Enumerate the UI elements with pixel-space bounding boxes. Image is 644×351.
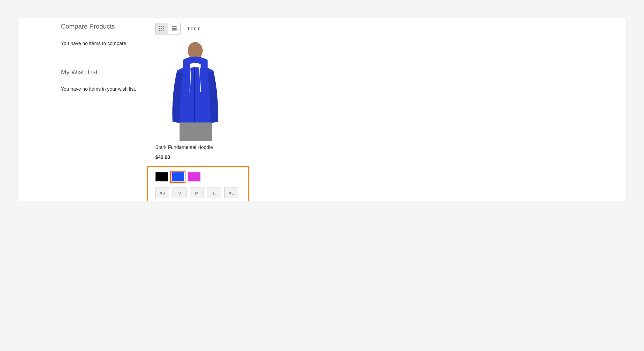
compare-heading: Compare Products [61, 23, 150, 30]
svg-rect-14 [173, 29, 177, 30]
svg-rect-11 [172, 28, 173, 29]
size-swatch-xs[interactable]: XS [155, 188, 169, 198]
item-count: 1 Item [187, 26, 201, 32]
product-image[interactable] [155, 41, 236, 141]
sidebar: Compare Products You have no items to co… [18, 18, 150, 201]
main-content: 1 Item Stark Fundamental Hoodie $42 [153, 18, 626, 201]
view-mode-switcher [155, 23, 181, 35]
size-swatch-row: XS S M L XL [155, 188, 241, 198]
page-card: Compare Products You have no items to co… [18, 18, 626, 201]
svg-rect-9 [172, 26, 173, 27]
wishlist-heading: My Wish List [61, 68, 150, 76]
size-swatch-l[interactable]: L [207, 188, 221, 198]
size-swatch-s[interactable]: S [173, 188, 187, 198]
compare-empty-text: You have no items to compare. [61, 40, 150, 47]
product-price: $42.00 [155, 155, 236, 160]
toolbar: 1 Item [155, 23, 626, 35]
svg-rect-13 [172, 29, 173, 30]
svg-rect-5 [163, 28, 164, 29]
svg-rect-12 [173, 28, 177, 29]
svg-rect-8 [163, 30, 164, 31]
list-view-button[interactable] [168, 23, 180, 34]
color-swatch-blue[interactable] [171, 172, 184, 182]
svg-rect-4 [161, 28, 162, 29]
grid-icon [159, 26, 164, 32]
svg-rect-3 [159, 28, 160, 29]
color-swatch-row [155, 172, 241, 182]
svg-rect-2 [163, 26, 164, 27]
color-swatch-pink[interactable] [188, 172, 201, 182]
product-tile: Stark Fundamental Hoodie $42.00 XS S M L… [155, 41, 236, 201]
list-icon [171, 26, 177, 32]
svg-rect-0 [159, 26, 160, 27]
svg-rect-16 [194, 68, 195, 122]
svg-rect-6 [159, 30, 160, 31]
svg-rect-19 [180, 122, 212, 141]
svg-rect-7 [161, 30, 162, 31]
hoodie-illustration [161, 41, 231, 141]
wishlist-empty-text: You have no items in your wish list. [61, 86, 150, 93]
size-swatch-m[interactable]: M [190, 188, 204, 198]
product-name[interactable]: Stark Fundamental Hoodie [155, 145, 236, 150]
svg-rect-1 [161, 26, 162, 27]
svg-rect-10 [173, 26, 177, 27]
swatch-highlight-zone: XS S M L XL [147, 166, 249, 201]
grid-view-button[interactable] [156, 23, 168, 34]
size-swatch-xl[interactable]: XL [224, 188, 238, 198]
color-swatch-black[interactable] [155, 172, 168, 182]
